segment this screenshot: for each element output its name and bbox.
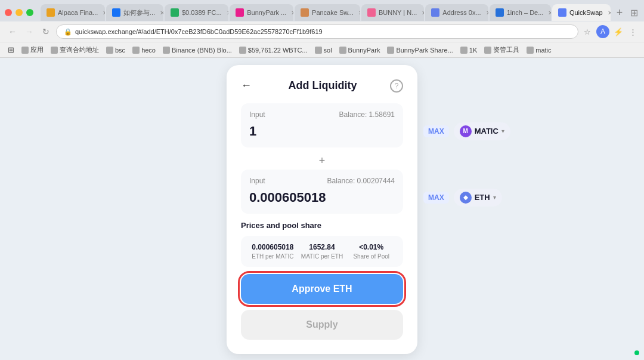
forward-nav-button[interactable]: → <box>23 25 36 38</box>
token-selector-eth[interactable]: ◆ ETH ▾ <box>454 189 502 207</box>
balance-text-1: Balance: 1.58691 <box>339 110 395 119</box>
bookmark-icon-apps <box>21 47 29 54</box>
tab-close-pancake[interactable]: ✕ <box>357 8 360 17</box>
bookmark-bsc[interactable]: bsc <box>104 46 127 54</box>
bookmark-bunnypark-share[interactable]: BunnyPark Share... <box>385 46 454 54</box>
address-icons: ☆ A ⚡ ⋮ <box>582 25 638 38</box>
back-button[interactable]: ← <box>241 79 255 92</box>
tab-address[interactable]: Address 0x... ✕ <box>425 4 488 21</box>
tab-label-address: Address 0x... <box>442 9 481 16</box>
tab-close-bunny[interactable]: ✕ <box>420 8 424 17</box>
supply-button[interactable]: Supply <box>241 310 403 340</box>
bookmark-icon-contract <box>51 47 58 54</box>
tab-label-bunny: BUNNY | N... <box>379 9 417 16</box>
bookmark-contract[interactable]: 查询合约地址 <box>49 45 101 55</box>
plus-divider: + <box>241 152 403 170</box>
bookmark-matic-bm[interactable]: matic <box>525 46 553 54</box>
add-liquidity-card: ← Add Liquidity ? Input Balance: 1.58691… <box>227 65 417 354</box>
tab-label-alpaca: Alpaca Fina... <box>58 9 98 16</box>
new-tab-button[interactable]: + <box>612 5 627 20</box>
tab-pancake[interactable]: Pancake Sw... ✕ <box>295 4 360 21</box>
tab-close-dollar[interactable]: ✕ <box>225 8 229 17</box>
input-row-1: MAX M MATIC ▾ <box>249 122 395 140</box>
bookmark-icon-bsc <box>106 47 113 54</box>
bookmark-bunnypark-bm[interactable]: BunnyPark <box>338 46 382 54</box>
balance-text-2: Balance: 0.00207444 <box>327 177 395 185</box>
tab-favicon-pancake <box>301 8 309 17</box>
price-label-eth-per-matic: ETH per MATIC <box>248 253 298 260</box>
maximize-window-btn[interactable] <box>26 9 33 16</box>
bookmark-apps-icon[interactable]: ⊞ <box>6 45 16 55</box>
price-label-matic-per-eth: MATIC per ETH <box>298 253 347 260</box>
bookmark-label-zijin: 资管工具 <box>493 45 519 54</box>
price-label-pool-share: Share of Pool <box>346 253 396 260</box>
back-nav-button[interactable]: ← <box>6 25 19 38</box>
matic-token-name: MATIC <box>475 127 499 136</box>
tab-zhihu[interactable]: 如何参与... ✕ <box>106 4 163 21</box>
bookmark-icon[interactable]: ☆ <box>582 26 593 37</box>
input-label-1: Input <box>249 110 265 119</box>
tab-alpaca[interactable]: Alpaca Fina... ✕ <box>41 4 105 21</box>
tab-favicon-1inch <box>496 8 504 17</box>
bookmark-heco[interactable]: heco <box>131 46 157 54</box>
tab-close-quickswap[interactable]: ✕ <box>606 8 611 17</box>
input-section-matic: Input Balance: 1.58691 MAX M MATIC ▾ <box>241 103 403 147</box>
bookmark-icon-heco <box>132 47 140 54</box>
bookmark-label-contract: 查询合约地址 <box>60 45 99 54</box>
card-header: ← Add Liquidity ? <box>241 79 403 93</box>
max-button-matic[interactable]: MAX <box>423 125 449 137</box>
bookmark-icon-matic-bm <box>527 47 534 54</box>
price-value-matic-per-eth: 1652.84 <box>298 243 347 251</box>
price-value-eth-per-matic: 0.000605018 <box>248 243 298 251</box>
bookmark-icon-bunnypark-share <box>387 47 394 54</box>
prices-title: Prices and pool share <box>241 221 403 230</box>
amount-input-matic[interactable] <box>249 124 419 139</box>
tab-bunny[interactable]: BUNNY | N... ✕ <box>361 4 424 21</box>
tab-close-alpaca[interactable]: ✕ <box>101 8 105 17</box>
bookmark-1k[interactable]: 1K <box>459 46 479 54</box>
address-field[interactable]: 🔒 quickswap.exchange/#/add/ETH/0x7ceB23f… <box>56 24 578 39</box>
bookmark-icon-1k <box>460 47 467 54</box>
tab-label-bunnypark: BunnyPark ... <box>247 9 286 16</box>
profile-icon[interactable]: A <box>596 25 609 38</box>
tab-close-zhihu[interactable]: ✕ <box>158 8 163 17</box>
tab-close-address[interactable]: ✕ <box>484 8 488 17</box>
prices-section: Prices and pool share 0.000605018 ETH pe… <box>241 221 403 267</box>
extensions-icon[interactable]: ⊞ <box>628 7 639 18</box>
token-selector-matic[interactable]: M MATIC ▾ <box>454 122 510 140</box>
tab-close-bunnypark[interactable]: ✕ <box>289 8 293 17</box>
input-label-row-2: Input Balance: 0.00207444 <box>249 177 395 185</box>
status-dot-indicator <box>634 350 639 355</box>
reload-button[interactable]: ↻ <box>39 25 52 38</box>
tab-list: Alpaca Fina... ✕ 如何参与... ✕ $0.0389 FC...… <box>41 4 611 21</box>
extensions-icon[interactable]: ⚡ <box>613 26 624 37</box>
bookmark-apps[interactable]: 应用 <box>20 45 45 55</box>
bookmark-icon-sol <box>315 47 322 54</box>
bookmark-zijin[interactable]: 资管工具 <box>482 45 521 55</box>
tab-bar: Alpaca Fina... ✕ 如何参与... ✕ $0.0389 FC...… <box>0 0 644 21</box>
more-options-icon[interactable]: ⋮ <box>627 26 638 37</box>
bookmark-binance[interactable]: Binance (BNB) Blo... <box>161 46 234 54</box>
approve-eth-button[interactable]: Approve ETH <box>241 274 403 304</box>
max-button-eth[interactable]: MAX <box>423 192 449 204</box>
minimize-window-btn[interactable] <box>16 9 23 16</box>
bookmark-sol[interactable]: sol <box>313 46 334 54</box>
bookmark-label-bsc: bsc <box>115 47 125 54</box>
input-label-row-1: Input Balance: 1.58691 <box>249 110 395 119</box>
eth-token-name: ETH <box>475 193 490 202</box>
tab-dollar[interactable]: $0.0389 FC... ✕ <box>165 4 228 21</box>
tab-quickswap[interactable]: QuickSwap ✕ <box>552 4 611 21</box>
bookmark-label-heco: heco <box>141 47 156 54</box>
bookmark-label-bunnypark-share: BunnyPark Share... <box>396 47 453 54</box>
bookmark-label-wbtc: $59,761.22 WBTC... <box>248 47 308 54</box>
close-window-btn[interactable] <box>5 9 12 16</box>
tab-close-1inch[interactable]: ✕ <box>546 8 550 17</box>
amount-input-eth[interactable] <box>249 190 419 205</box>
bookmark-wbtc[interactable]: $59,761.22 WBTC... <box>237 46 309 54</box>
tab-1inch[interactable]: 1inch – De... ✕ <box>490 4 551 21</box>
bookmark-label-sol: sol <box>324 47 332 54</box>
tab-bunnypark[interactable]: BunnyPark ... ✕ <box>230 4 293 21</box>
tab-favicon-zhihu <box>112 8 120 17</box>
prices-grid: 0.000605018 ETH per MATIC 1652.84 MATIC … <box>241 236 403 267</box>
info-icon[interactable]: ? <box>390 79 403 93</box>
